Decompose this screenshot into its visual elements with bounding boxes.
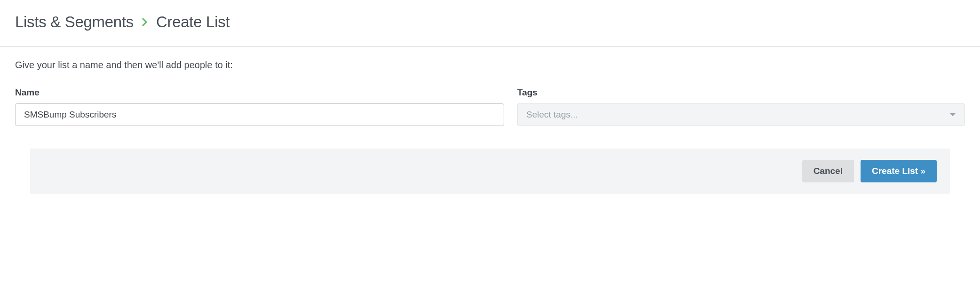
tags-select[interactable]: Select tags... — [517, 103, 965, 126]
tags-placeholder: Select tags... — [526, 110, 949, 120]
name-label: Name — [15, 87, 504, 98]
caret-down-icon — [949, 113, 956, 117]
breadcrumb: Lists & Segments Create List — [15, 13, 965, 31]
name-field-group: Name — [15, 87, 504, 126]
name-input[interactable] — [15, 103, 504, 126]
cancel-button[interactable]: Cancel — [802, 160, 854, 182]
tags-label: Tags — [517, 87, 965, 98]
tags-field-group: Tags Select tags... — [517, 87, 965, 126]
page-header: Lists & Segments Create List — [0, 0, 980, 47]
chevron-right-icon — [142, 18, 148, 26]
content-area: Give your list a name and then we'll add… — [0, 47, 980, 194]
form-row: Name Tags Select tags... — [15, 87, 965, 126]
footer-actions: Cancel Create List » — [30, 149, 950, 194]
create-list-button[interactable]: Create List » — [861, 160, 937, 182]
breadcrumb-current: Create List — [156, 13, 229, 31]
intro-text: Give your list a name and then we'll add… — [15, 60, 965, 71]
breadcrumb-parent[interactable]: Lists & Segments — [15, 13, 134, 31]
